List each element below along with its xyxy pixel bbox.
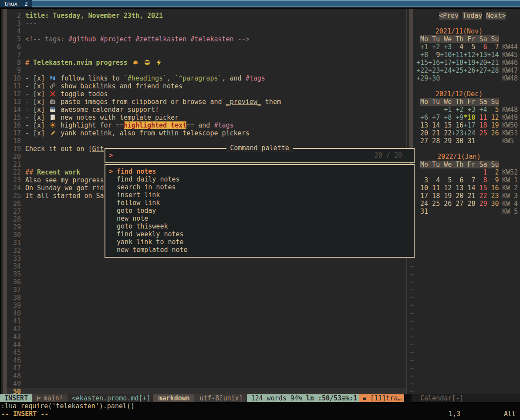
calendar-day[interactable]: +22 xyxy=(416,67,428,74)
palette-item[interactable]: goto today xyxy=(105,207,414,215)
calendar-day[interactable]: +21 xyxy=(487,59,499,67)
calendar-day[interactable]: 12 xyxy=(487,114,499,121)
calendar-day[interactable]: +17 xyxy=(440,59,452,67)
calendar-day[interactable]: 20 xyxy=(416,129,428,137)
palette-item[interactable]: yank link to note xyxy=(105,238,414,246)
calendar-day[interactable]: 6 xyxy=(475,43,487,51)
calendar-day[interactable]: +13 xyxy=(475,51,487,59)
calendar-day[interactable]: 5 xyxy=(487,106,499,114)
calendar-day[interactable]: 11 xyxy=(475,114,487,121)
calendar-day[interactable]: 8 xyxy=(475,176,487,184)
calendar-next-button[interactable]: Next> xyxy=(486,12,506,20)
calendar-day[interactable]: 4 xyxy=(428,176,440,184)
calendar-day[interactable]: 21 xyxy=(463,192,475,200)
palette-item[interactable]: search in notes xyxy=(105,183,414,191)
calendar-day[interactable]: 17 xyxy=(416,192,428,200)
palette-item[interactable]: follow link xyxy=(105,199,414,207)
calendar-day[interactable]: +8 xyxy=(416,51,428,59)
calendar-day[interactable]: 9 xyxy=(428,51,440,59)
calendar-today-button[interactable]: Today xyxy=(463,12,482,20)
calendar-day[interactable]: 14 xyxy=(428,121,440,129)
calendar-day[interactable]: +30 xyxy=(428,74,440,82)
calendar-day[interactable]: 5 xyxy=(463,43,475,51)
calendar-day[interactable]: +20 xyxy=(475,59,487,67)
calendar-day[interactable]: +11 xyxy=(452,51,463,59)
calendar-day[interactable]: 9 xyxy=(487,176,499,184)
calendar-day[interactable]: 30 xyxy=(452,137,463,145)
calendar-day[interactable]: +28 xyxy=(487,67,499,74)
calendar-day[interactable]: +12 xyxy=(463,51,475,59)
palette-item[interactable]: find daily notes xyxy=(105,175,414,183)
calendar-day[interactable]: +6 xyxy=(416,114,428,121)
calendar-day[interactable]: 27 xyxy=(416,137,428,145)
calendar-day[interactable]: +7 xyxy=(428,114,440,121)
calendar-day[interactable]: +18 xyxy=(452,59,463,67)
palette-item[interactable]: insert link xyxy=(105,191,414,199)
calendar-day[interactable]: 29 xyxy=(475,200,487,208)
palette-item[interactable]: new templated note xyxy=(105,246,414,254)
calendar-day[interactable]: +24 xyxy=(463,129,475,137)
calendar-day[interactable]: 23 xyxy=(487,192,499,200)
calendar-day[interactable]: 22 xyxy=(440,129,452,137)
calendar-day[interactable]: 31 xyxy=(416,208,428,215)
calendar-day[interactable]: 18 xyxy=(475,121,487,129)
calendar-day[interactable]: 7 xyxy=(463,176,475,184)
palette-item[interactable]: find weekly notes xyxy=(105,230,414,238)
calendar-day[interactable]: 22 xyxy=(475,192,487,200)
calendar-day[interactable]: +9 xyxy=(452,114,463,121)
calendar-day[interactable]: 3 xyxy=(416,176,428,184)
calendar-day[interactable]: +23 xyxy=(452,129,463,137)
calendar-day[interactable]: 20 xyxy=(452,192,463,200)
calendar-day[interactable]: *10 xyxy=(463,114,475,121)
calendar-day[interactable]: +27 xyxy=(475,67,487,74)
calendar-day[interactable]: 2 xyxy=(487,168,499,176)
calendar-day[interactable]: 14 xyxy=(463,184,475,192)
calendar-day[interactable]: 16 xyxy=(452,121,463,129)
calendar-day[interactable]: +15 xyxy=(416,59,428,67)
calendar-day[interactable]: 26 xyxy=(440,200,452,208)
calendar-day[interactable]: +4 xyxy=(475,106,487,114)
calendar-day[interactable]: 7 xyxy=(487,43,499,51)
calendar-day[interactable]: 25 xyxy=(428,200,440,208)
calendar-day[interactable]: 18 xyxy=(428,192,440,200)
calendar-day[interactable]: +29 xyxy=(416,74,428,82)
palette-item[interactable]: goto thisweek xyxy=(105,222,414,230)
palette-item[interactable]: > find notes xyxy=(105,168,414,175)
calendar-day[interactable]: +3 xyxy=(463,106,475,114)
calendar-day[interactable]: 15 xyxy=(475,184,487,192)
calendar-day[interactable]: +1 xyxy=(440,106,452,114)
command-line[interactable]: :lua require('telekasten').panel() xyxy=(1,402,135,410)
calendar-day[interactable]: 19 xyxy=(487,121,499,129)
calendar-day[interactable]: 25 xyxy=(475,129,487,137)
calendar-day[interactable]: +10 xyxy=(440,51,452,59)
calendar-day[interactable]: 12 xyxy=(440,184,452,192)
calendar-day[interactable]: 15 xyxy=(440,121,452,129)
calendar-day[interactable]: 13 xyxy=(416,121,428,129)
calendar-day[interactable]: 24 xyxy=(416,200,428,208)
calendar-day[interactable]: 19 xyxy=(440,192,452,200)
calendar-day[interactable]: 27 xyxy=(452,200,463,208)
calendar-day[interactable]: +23 xyxy=(428,67,440,74)
git-branch[interactable]: main! xyxy=(32,394,68,402)
tmux-window-tab[interactable]: tmux -2 xyxy=(0,0,32,7)
calendar-day[interactable]: 29 xyxy=(440,137,452,145)
calendar-day[interactable]: +17 xyxy=(463,121,475,129)
calendar-prev-button[interactable]: <Prev xyxy=(439,12,459,20)
calendar-day[interactable]: 30 xyxy=(487,200,499,208)
trouble-badge[interactable]: ≡ [11]tra… xyxy=(359,394,404,402)
calendar-day[interactable]: 10 xyxy=(416,184,428,192)
calendar-day[interactable]: 4 xyxy=(452,43,463,51)
calendar-day[interactable]: 16 xyxy=(487,184,499,192)
calendar-day[interactable]: +14 xyxy=(487,51,499,59)
calendar-day[interactable]: +26 xyxy=(463,67,475,74)
calendar-day[interactable]: 28 xyxy=(428,137,440,145)
calendar-day[interactable]: 13 xyxy=(452,184,463,192)
calendar-day[interactable]: 11 xyxy=(428,184,440,192)
calendar-day[interactable]: +24 xyxy=(440,67,452,74)
calendar-day[interactable]: +19 xyxy=(463,59,475,67)
calendar-day[interactable]: +16 xyxy=(428,59,440,67)
palette-item[interactable]: new note xyxy=(105,215,414,222)
calendar-day[interactable]: 26 xyxy=(487,129,499,137)
calendar-day[interactable]: +2 xyxy=(428,43,440,51)
calendar-day[interactable]: 28 xyxy=(463,200,475,208)
